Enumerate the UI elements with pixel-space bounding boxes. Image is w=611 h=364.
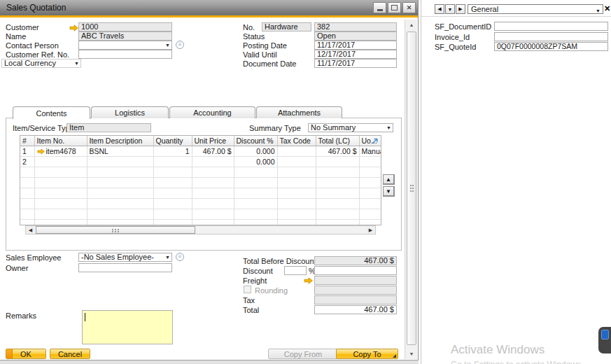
summary-type-combo[interactable]: No Summary ▼ <box>308 123 393 132</box>
nav-previous-button[interactable]: ◀ <box>435 4 444 14</box>
valid-until-field[interactable]: 12/17/2017 <box>314 50 397 59</box>
discount-amount-field[interactable] <box>314 266 397 275</box>
col-total-lc[interactable]: Total (LC) <box>316 136 359 146</box>
document-date-field[interactable]: 11/17/2017 <box>314 59 397 68</box>
table-row[interactable]: 1 item4678 BSNL 1 467.00 $ 0.000 467.00 … <box>20 146 381 156</box>
table-row[interactable] <box>20 219 381 225</box>
chevron-down-icon[interactable]: ▼ <box>596 7 601 15</box>
vertical-scroll-thumb[interactable] <box>407 31 416 345</box>
item-service-type-field[interactable]: Item <box>66 123 151 132</box>
activate-windows-watermark-line2: Go to Settings to activate Windows. <box>451 360 583 364</box>
tab-logistics[interactable]: Logistics <box>91 106 169 118</box>
scroll-up-icon: ▲ <box>409 22 414 27</box>
cell-item-no[interactable]: item4678 <box>34 146 87 156</box>
cell-item-no[interactable] <box>34 156 87 167</box>
chevron-down-icon[interactable]: ▼ <box>165 43 170 48</box>
posting-date-label: Posting Date <box>243 41 287 50</box>
chevron-down-icon[interactable]: ▼ <box>386 125 391 131</box>
sf-quoteid-field[interactable]: 0Q07F0000008ZP7SAM <box>494 42 608 51</box>
table-row[interactable] <box>20 177 381 188</box>
cell-uom[interactable] <box>359 156 381 167</box>
table-row[interactable] <box>20 198 381 209</box>
customer-ref-field[interactable] <box>78 50 172 59</box>
table-horizontal-scrollbar[interactable]: ◀ ▶ <box>25 225 376 234</box>
scroll-down-button[interactable]: ▼ <box>406 349 417 359</box>
category-selector[interactable]: General ▼ <box>468 4 603 14</box>
cell-quantity[interactable]: 1 <box>153 146 192 156</box>
contact-person-label: Contact Person <box>6 41 59 50</box>
scroll-left-button[interactable]: ◀ <box>26 226 35 234</box>
move-row-up-button[interactable]: ▲ <box>383 174 395 185</box>
nav-next-button[interactable]: ▶ <box>456 4 465 14</box>
list-lines-glyph: ≡ <box>178 253 182 260</box>
sales-employee-combo[interactable]: -No Sales Employee- ▼ <box>78 253 172 262</box>
window-vertical-scrollbar[interactable]: ▲ ▼ <box>405 20 417 359</box>
cell-description[interactable]: BSNL <box>87 146 153 156</box>
contact-person-combo[interactable]: ▼ <box>78 41 172 50</box>
table-row[interactable] <box>20 209 381 219</box>
col-unit-price[interactable]: Unit Price <box>192 136 234 146</box>
move-row-down-button[interactable]: ▼ <box>383 186 395 197</box>
cell-discount[interactable]: 0.000 <box>234 156 277 167</box>
invoice-id-field[interactable] <box>494 32 608 41</box>
tab-accounting[interactable]: Accounting <box>169 106 255 118</box>
discount-percent-input[interactable] <box>284 266 307 275</box>
cell-quantity[interactable] <box>153 156 192 167</box>
ok-button[interactable]: OK <box>6 349 46 359</box>
tab-attachments[interactable]: Attachments <box>256 106 342 118</box>
freight-field[interactable] <box>314 276 397 285</box>
posting-date-field[interactable]: 11/17/2017 <box>314 41 397 50</box>
scroll-right-button[interactable]: ▶ <box>366 226 375 234</box>
panel-close-button[interactable]: ✕ <box>603 4 611 13</box>
col-item-no[interactable]: Item No. <box>34 136 87 146</box>
minimize-button[interactable] <box>373 2 386 13</box>
col-item-description[interactable]: Item Description <box>87 136 153 146</box>
cancel-button[interactable]: Cancel <box>50 349 90 359</box>
customer-field[interactable]: 1000 <box>78 22 172 31</box>
table-row[interactable] <box>20 167 381 177</box>
chevron-down-icon[interactable]: ▼ <box>165 255 170 260</box>
link-arrow-icon[interactable] <box>37 148 45 155</box>
list-lines-glyph: ≡ <box>178 41 182 48</box>
cell-total[interactable]: 467.00 $ <box>316 146 359 156</box>
restore-button[interactable] <box>388 2 401 13</box>
doc-series-field[interactable]: Hardware <box>262 22 311 31</box>
rounding-checkbox[interactable] <box>244 286 251 293</box>
cell-unit-price[interactable] <box>192 156 234 167</box>
col-quantity[interactable]: Quantity <box>153 136 192 146</box>
expand-table-icon[interactable] <box>371 137 379 145</box>
scroll-up-button[interactable]: ▲ <box>406 20 417 30</box>
tab-contents[interactable]: Contents <box>13 106 90 119</box>
link-arrow-icon[interactable] <box>304 277 313 284</box>
cell-discount[interactable]: 0.000 <box>234 146 277 156</box>
doc-number-field[interactable]: 382 <box>314 22 397 31</box>
cell-uom[interactable]: Manual <box>359 146 381 156</box>
owner-field[interactable] <box>78 263 172 272</box>
cell-total[interactable] <box>316 156 359 167</box>
copy-from-button[interactable]: Copy From <box>268 349 338 359</box>
remarks-textarea[interactable] <box>82 310 173 344</box>
cell-description[interactable] <box>87 156 153 167</box>
cell-tax-code[interactable] <box>277 156 316 167</box>
cell-unit-price[interactable]: 467.00 $ <box>192 146 234 156</box>
link-arrow-icon[interactable] <box>69 24 78 31</box>
copy-to-button[interactable]: Copy To <box>336 349 398 359</box>
table-row[interactable] <box>20 188 381 198</box>
close-button[interactable]: ✕ <box>402 2 416 13</box>
edge-panel-tab[interactable] <box>598 327 611 354</box>
nav-expand-button[interactable]: ▼ <box>445 4 455 14</box>
chevron-down-icon[interactable]: ▼ <box>74 61 79 66</box>
currency-combo[interactable]: Local Currency ▼ <box>1 59 81 68</box>
col-discount[interactable]: Discount % <box>234 136 277 146</box>
screen: Sales Quotation ✕ Customer 1000 Name ABC… <box>0 0 611 364</box>
cell-tax-code[interactable] <box>277 146 316 156</box>
choose-from-list-icon[interactable]: ≡ <box>176 41 184 49</box>
window-titlebar[interactable]: Sales Quotation ✕ <box>0 0 418 15</box>
sf-documentid-field[interactable] <box>494 22 608 31</box>
horizontal-scroll-thumb[interactable] <box>36 226 195 234</box>
col-tax-code[interactable]: Tax Code <box>277 136 316 146</box>
table-row[interactable]: 2 0.000 <box>20 156 381 167</box>
col-row-num[interactable]: # <box>20 136 34 146</box>
choose-from-list-icon[interactable]: ≡ <box>176 253 184 261</box>
customer-name-field[interactable]: ABC Travels <box>78 31 172 41</box>
